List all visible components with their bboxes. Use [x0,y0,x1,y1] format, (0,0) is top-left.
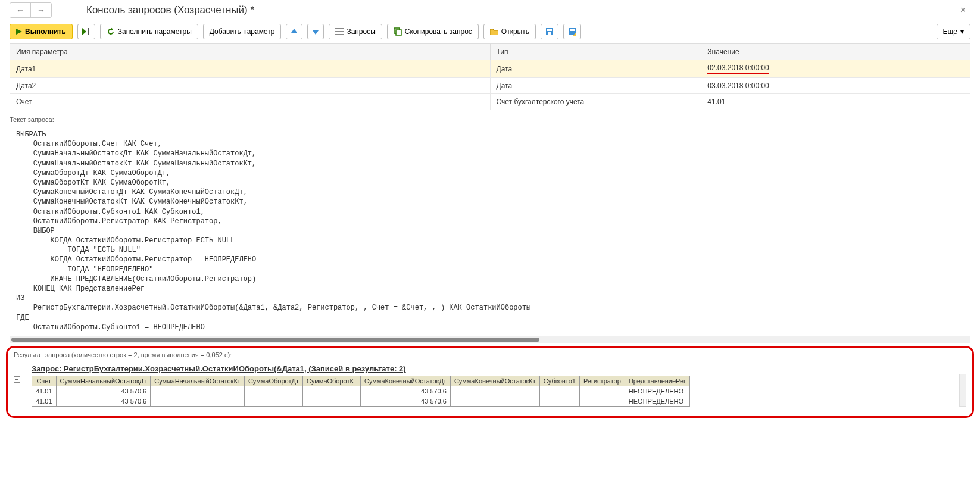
result-cell[interactable] [450,396,539,406]
save-as-icon [568,27,576,36]
result-cell[interactable] [302,396,360,406]
result-col-header[interactable]: Регистратор [579,376,625,386]
param-type-cell[interactable]: Дата [490,78,701,94]
save-as-button[interactable] [563,24,581,39]
svg-rect-7 [335,34,344,35]
svg-rect-9 [396,30,401,35]
folder-open-icon [490,28,498,35]
page-title: Консоль запросов (Хозрасчетный) * [86,4,254,16]
result-cell[interactable]: 41.01 [32,386,57,396]
nav-buttons: ← → [10,2,52,18]
result-cell[interactable]: НЕОПРЕДЕЛЕНО [625,396,689,406]
result-cell[interactable] [539,396,579,406]
result-cell[interactable] [539,386,579,396]
tree-collapse-button[interactable]: − [14,376,20,383]
result-label: Результат запроса (количество строк = 2,… [11,350,969,360]
copy-query-button[interactable]: Скопировать запрос [387,24,479,39]
svg-rect-14 [570,29,575,31]
refresh-icon [107,27,115,36]
param-value-cell[interactable]: 41.01 [701,94,970,110]
svg-marker-3 [291,29,297,33]
add-param-label: Добавить параметр [210,27,275,36]
result-inner: − Запрос: РегистрБухгалтерии.Хозрасчетны… [11,360,969,409]
list-icon [335,28,344,35]
result-row[interactable]: 41.01-43 570,6-43 570,6НЕОПРЕДЕЛЕНО [32,386,690,396]
result-cell[interactable]: 41.01 [32,396,57,406]
result-cell[interactable]: -43 570,6 [56,386,151,396]
result-col-header[interactable]: СуммаНачальныйОстатокКт [151,376,245,386]
copy-icon [394,27,402,36]
result-cell[interactable]: НЕОПРЕДЕЛЕНО [625,386,689,396]
more-label: Еще [943,27,957,36]
result-cell[interactable] [450,386,539,396]
vertical-scrollbar[interactable] [959,374,966,407]
result-cell[interactable] [151,386,245,396]
result-col-header[interactable]: СуммаКонечныйОстатокКт [450,376,539,386]
col-param-type[interactable]: Тип [490,44,701,60]
nav-back-button[interactable]: ← [10,3,31,17]
svg-marker-0 [16,29,22,35]
col-param-name[interactable]: Имя параметра [10,44,491,60]
param-type-cell[interactable]: Дата [490,60,701,78]
result-col-header[interactable]: Счет [32,376,57,386]
result-cell[interactable]: -43 570,6 [360,396,450,406]
execute-button[interactable]: Выполнить [10,24,73,39]
more-button[interactable]: Еще ▾ [937,24,970,39]
svg-rect-11 [547,29,552,31]
param-name-cell[interactable]: Дата2 [10,78,491,94]
toolbar: Выполнить Заполнить параметры Добавить п… [0,20,980,43]
result-col-header[interactable]: СуммаОборотКт [302,376,360,386]
result-cell[interactable]: -43 570,6 [360,386,450,396]
param-row[interactable]: СчетСчет бухгалтерского учета41.01 [10,94,970,110]
save-button[interactable] [541,24,558,39]
svg-marker-1 [82,28,86,35]
step-button[interactable] [77,24,95,39]
result-cell[interactable] [579,386,625,396]
param-name-cell[interactable]: Счет [10,94,491,110]
step-icon [82,28,90,35]
header: ← → Консоль запросов (Хозрасчетный) * × [0,0,980,20]
result-col-header[interactable]: ПредставлениеРег [625,376,689,386]
move-down-button[interactable] [307,24,324,39]
result-cell[interactable] [302,386,360,396]
execute-label: Выполнить [25,27,66,36]
param-type-cell[interactable]: Счет бухгалтерского учета [490,94,701,110]
query-text-label: Текст запроса: [0,115,980,124]
result-cell[interactable] [579,396,625,406]
add-param-button[interactable]: Добавить параметр [203,24,282,39]
params-table: Имя параметра Тип Значение Дата1Дата02.0… [10,43,970,110]
result-frame: Результат запроса (количество строк = 2,… [6,346,974,418]
svg-rect-5 [335,28,344,29]
query-text[interactable]: ВЫБРАТЬ ОстаткиИОбороты.Счет КАК Счет, С… [10,126,970,336]
result-cell[interactable] [244,386,302,396]
result-col-header[interactable]: Субконто1 [539,376,579,386]
fill-params-label: Заполнить параметры [118,27,192,36]
result-col-header[interactable]: СуммаОборотДт [244,376,302,386]
result-cell[interactable] [244,396,302,406]
move-up-button[interactable] [286,24,302,39]
svg-rect-12 [548,32,551,35]
col-param-value[interactable]: Значение [701,44,970,60]
close-button[interactable]: × [956,5,970,15]
queries-button[interactable]: Запросы [329,24,382,39]
param-value-cell[interactable]: 02.03.2018 0:00:00 [701,60,970,78]
nav-forward-button[interactable]: → [31,3,51,17]
query-box: ВЫБРАТЬ ОстаткиИОбороты.Счет КАК Счет, С… [10,126,970,343]
arrow-up-icon [291,28,298,35]
param-name-cell[interactable]: Дата1 [10,60,491,78]
result-col-header[interactable]: СуммаНачальныйОстатокДт [56,376,151,386]
param-row[interactable]: Дата1Дата02.03.2018 0:00:00 [10,60,970,78]
open-button[interactable]: Открыть [483,24,536,39]
result-table: СчетСуммаНачальныйОстатокДтСуммаНачальны… [32,376,690,407]
result-row[interactable]: 41.01-43 570,6-43 570,6НЕОПРЕДЕЛЕНО [32,396,690,406]
result-cell[interactable]: -43 570,6 [56,396,151,406]
result-title: Запрос: РегистрБухгалтерии.Хозрасчетный.… [32,364,966,373]
param-value-cell[interactable]: 03.03.2018 0:00:00 [701,78,970,94]
save-icon [545,27,554,36]
result-col-header[interactable]: СуммаКонечныйОстатокДт [360,376,450,386]
fill-params-button[interactable]: Заполнить параметры [100,24,198,39]
play-icon [16,29,22,35]
horizontal-scrollbar[interactable] [10,336,970,343]
result-cell[interactable] [151,396,245,406]
param-row[interactable]: Дата2Дата03.03.2018 0:00:00 [10,78,970,94]
